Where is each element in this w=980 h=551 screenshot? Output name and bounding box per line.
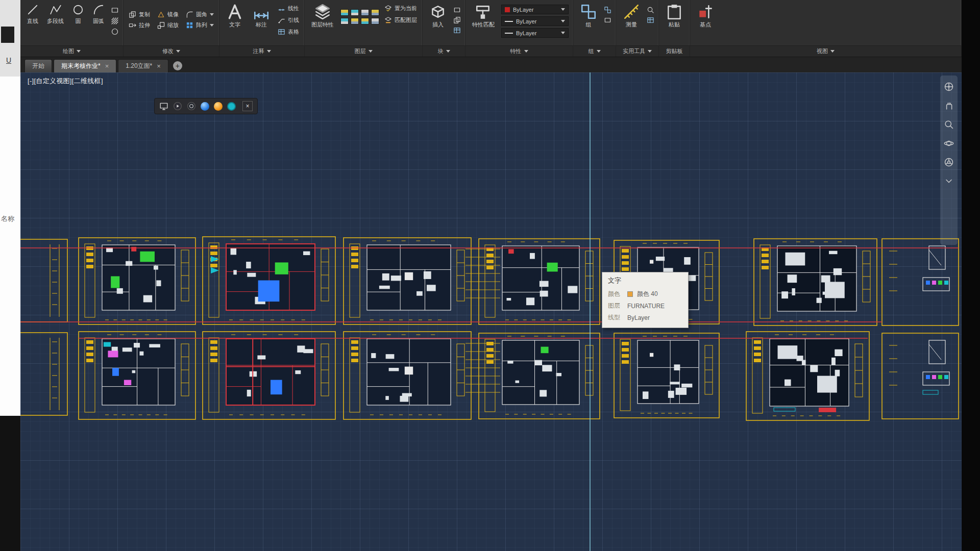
orange-sphere-icon[interactable] [214, 102, 223, 111]
chevron-down-icon[interactable] [944, 176, 954, 186]
ribbon-panel-properties: 特性匹配 ByLayer ByLayer [465, 0, 573, 57]
panel-label-draw[interactable]: 绘图 [20, 45, 123, 57]
hatch-icon[interactable] [111, 17, 119, 25]
chevron-down-icon [267, 50, 271, 53]
drawing-canvas[interactable]: [-][自定义视图][二维线框] × 文字 [20, 72, 962, 551]
chevron-down-icon [210, 24, 214, 27]
layer-properties-button[interactable]: 图层特性 [309, 2, 336, 29]
copy-button[interactable]: 复制 [128, 10, 151, 19]
base-point-button[interactable]: 基点 [694, 2, 717, 29]
text-button[interactable]: 文字 [224, 2, 246, 29]
close-icon[interactable]: × [105, 63, 109, 69]
monitor-icon[interactable] [159, 102, 168, 111]
set-current-button[interactable]: 置为当前 [383, 4, 418, 13]
name-column-label: 名称 [1, 214, 20, 223]
tooltip-title: 文字 [608, 276, 682, 285]
layer-tool-icon[interactable] [371, 9, 379, 16]
group-edit-icon[interactable] [604, 16, 611, 24]
panel-label-groups[interactable]: 组 [573, 45, 616, 57]
match-layer-icon [384, 16, 392, 24]
circle-icon [72, 4, 84, 16]
panel-label-clipboard[interactable]: 剪贴板 [659, 45, 690, 57]
arc-button[interactable]: 圆弧 [90, 2, 107, 27]
match-properties-button[interactable]: 特性匹配 [470, 2, 497, 29]
tab-elevation-drawing[interactable]: 1.20立面* × [118, 59, 168, 72]
scale-button[interactable]: 缩放 [156, 21, 180, 30]
close-icon[interactable]: × [242, 101, 253, 111]
play-badge-icon[interactable] [173, 102, 182, 111]
layer-tool-icon[interactable] [361, 18, 369, 24]
set-current-icon [384, 5, 392, 12]
orbit-icon[interactable] [944, 138, 954, 148]
screen: U 名称 直线 多段线 圆 [0, 0, 980, 551]
mirror-icon [157, 11, 165, 18]
object-color-dropdown[interactable]: ByLayer [501, 5, 569, 14]
leader-button[interactable]: 引线 [277, 16, 300, 24]
pan-hand-icon[interactable] [944, 101, 954, 111]
block-attributes-icon[interactable] [453, 27, 461, 34]
stretch-icon [129, 21, 136, 29]
rectangle-icon[interactable] [111, 6, 119, 14]
viewport-controls-label[interactable]: [-][自定义视图][二维线框] [28, 77, 103, 86]
steering-wheel-icon[interactable] [944, 157, 954, 167]
linear-dim-button[interactable]: 线性 [277, 4, 300, 13]
match-properties-icon [475, 3, 492, 20]
color-swatch-icon [505, 7, 510, 12]
ellipse-icon[interactable] [111, 28, 119, 36]
panel-label-annotation[interactable]: 注释 [219, 45, 304, 57]
measure-button[interactable]: 测量 [620, 2, 643, 29]
zoom-icon[interactable] [944, 119, 954, 130]
tab-final-exam-drawing[interactable]: 期末考核作业* × [54, 59, 116, 72]
layer-tool-icon[interactable] [351, 9, 359, 16]
nav-wheel-icon[interactable] [944, 82, 954, 92]
ungroup-icon[interactable] [604, 6, 611, 14]
quick-select-icon[interactable] [647, 6, 654, 14]
chevron-down-icon [830, 50, 835, 53]
leader-icon [278, 16, 285, 24]
chevron-down-icon [597, 50, 601, 53]
panel-label-utilities[interactable]: 实用工具 [616, 45, 658, 57]
tab-start[interactable]: 开始 [24, 59, 52, 72]
background-window-strip: U 名称 [0, 0, 20, 551]
fillet-button[interactable]: 圆角 [185, 10, 215, 19]
layer-tool-icon[interactable] [361, 9, 369, 16]
insert-button[interactable]: 插入 [427, 2, 449, 29]
panel-label-modify[interactable]: 修改 [124, 45, 219, 57]
paste-button[interactable]: 粘贴 [663, 2, 685, 29]
create-block-icon[interactable] [453, 6, 461, 14]
layer-tool-icon[interactable] [340, 9, 349, 16]
layer-tool-icon[interactable] [351, 18, 359, 24]
underline-button[interactable]: U [6, 56, 11, 64]
close-icon[interactable]: × [157, 63, 161, 69]
calculator-icon[interactable] [647, 16, 654, 24]
mirror-button[interactable]: 镜像 [156, 10, 180, 19]
polyline-button[interactable]: 多段线 [45, 2, 66, 27]
panel-label-view[interactable]: 视图 [690, 45, 961, 57]
linetype-dropdown[interactable]: ByLayer [501, 28, 569, 38]
dimension-button[interactable]: 标注 [250, 2, 273, 29]
circle-button[interactable]: 圆 [70, 2, 86, 27]
stretch-button[interactable]: 拉伸 [128, 21, 151, 30]
blue-sphere-icon[interactable] [201, 102, 209, 111]
ribbon-panel-layers: 图层特性 置为当前 [305, 0, 423, 57]
teal-badge-icon[interactable] [227, 102, 236, 111]
table-button[interactable]: 表格 [277, 28, 300, 36]
layer-tool-icon[interactable] [371, 18, 379, 24]
base-point-icon [697, 3, 714, 20]
layer-tools [340, 9, 379, 24]
panel-label-properties[interactable]: 特性 [465, 45, 573, 57]
new-tab-button[interactable]: + [173, 61, 182, 70]
layer-tool-icon[interactable] [340, 18, 349, 24]
group-button[interactable]: 组 [577, 2, 600, 29]
panel-label-block[interactable]: 块 [423, 45, 465, 57]
panel-label-layers[interactable]: 图层 [305, 45, 422, 57]
array-button[interactable]: 阵列 [185, 21, 215, 30]
line-button[interactable]: 直线 [24, 2, 41, 27]
match-layer-button[interactable]: 匹配图层 [383, 16, 418, 24]
line-icon [27, 4, 39, 16]
ribbon: 直线 多段线 圆 圆弧 [20, 0, 962, 57]
edit-block-icon[interactable] [453, 16, 461, 24]
chevron-down-icon [446, 50, 450, 53]
lineweight-dropdown[interactable]: ByLayer [501, 16, 569, 26]
ring-badge-icon[interactable] [187, 102, 196, 111]
